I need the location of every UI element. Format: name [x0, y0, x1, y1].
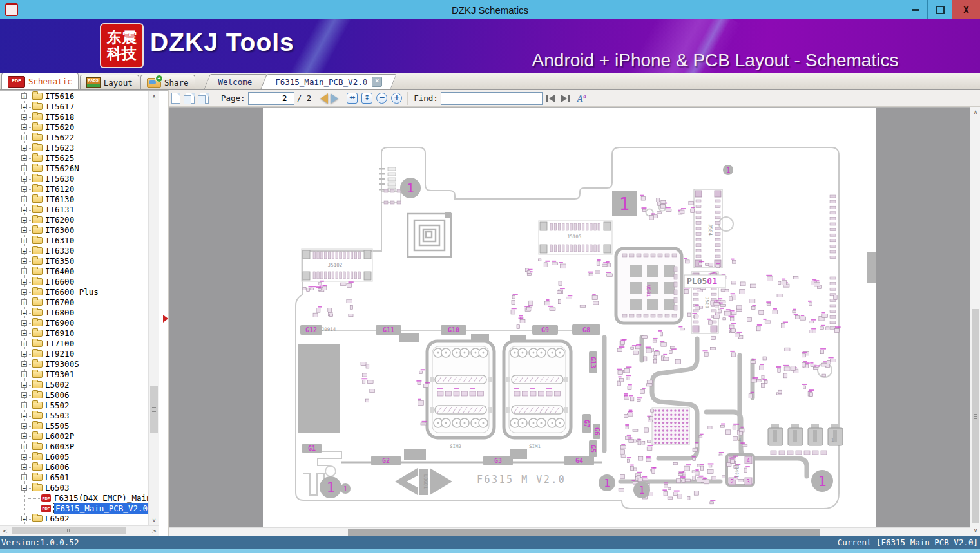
tree-item-document[interactable]: F6315_Main_PCB_V2.0 — [0, 503, 148, 514]
page-number-input[interactable] — [248, 92, 294, 105]
minimize-button[interactable] — [903, 0, 927, 19]
expand-toggle-icon[interactable]: + — [21, 135, 27, 140]
expand-toggle-icon[interactable]: + — [21, 248, 27, 254]
expand-toggle-icon[interactable]: + — [21, 104, 27, 109]
tree-item-folder[interactable]: +L6002P — [0, 431, 148, 442]
tree-item-folder[interactable]: +IT6600 — [0, 277, 148, 287]
expand-toggle-icon[interactable]: + — [21, 382, 27, 388]
find-next-button[interactable] — [560, 94, 572, 103]
tree-vertical-scrollbar[interactable]: ∧ ∨ — [148, 91, 159, 525]
expand-toggle-icon[interactable]: + — [21, 114, 27, 120]
find-previous-button[interactable] — [544, 94, 556, 103]
window-titlebar[interactable]: DZKJ Schematics X — [0, 0, 980, 19]
expand-toggle-icon[interactable]: + — [21, 433, 27, 439]
tree-item-folder[interactable]: +IT7100 — [0, 339, 148, 349]
doc-tab-f6315[interactable]: F6315_Main_PCB_V2.0 — [264, 74, 394, 89]
tree-item-folder[interactable]: +IT5625 — [0, 153, 148, 164]
expand-toggle-icon[interactable]: + — [21, 258, 27, 264]
tree-item-folder[interactable]: +IT6910 — [0, 328, 148, 339]
close-tab-icon[interactable] — [372, 77, 382, 87]
tree-item-folder[interactable]: +IT6131 — [0, 205, 148, 215]
expand-toggle-icon[interactable]: + — [21, 165, 27, 171]
tree-item-folder[interactable]: +IT5622 — [0, 133, 148, 143]
tree-item-folder[interactable]: +IT9300S — [0, 359, 148, 370]
main-vscroll-thumb[interactable] — [972, 309, 979, 523]
tree-item-folder[interactable]: +L5503 — [0, 411, 148, 421]
tree-horizontal-scrollbar[interactable]: < > — [0, 525, 159, 536]
tree-item-folder[interactable]: +IT5617 — [0, 102, 148, 112]
previous-page-button[interactable] — [315, 93, 328, 104]
expand-toggle-icon[interactable]: + — [21, 474, 27, 480]
expand-toggle-icon[interactable]: + — [21, 402, 27, 408]
expand-toggle-icon[interactable]: + — [21, 124, 27, 130]
expand-toggle-icon[interactable]: + — [21, 207, 27, 212]
expand-toggle-icon[interactable]: + — [21, 320, 27, 326]
expand-toggle-icon[interactable]: + — [21, 464, 27, 470]
tree-item-folder[interactable]: +L6005 — [0, 452, 148, 462]
tree-vscroll-thumb[interactable] — [150, 386, 158, 433]
tree-item-folder[interactable]: +IT6300 — [0, 225, 148, 236]
tree-item-folder[interactable]: +IT6130 — [0, 194, 148, 205]
expand-toggle-icon[interactable]: + — [21, 145, 27, 151]
tree-item-folder[interactable]: +IT9301 — [0, 370, 148, 380]
expand-toggle-icon[interactable]: + — [21, 444, 27, 449]
tree-item-folder[interactable]: +IT5618 — [0, 112, 148, 122]
zoom-in-button[interactable]: + — [391, 93, 402, 104]
tree-item-folder[interactable]: +L5006 — [0, 390, 148, 400]
expand-toggle-icon[interactable]: + — [21, 217, 27, 223]
tree-item-folder[interactable]: −L6503 — [0, 483, 148, 493]
scroll-down-icon[interactable]: ∨ — [149, 515, 159, 525]
fit-width-button[interactable]: ↔ — [347, 93, 358, 104]
close-button[interactable]: X — [952, 0, 980, 19]
continuous-pages-button[interactable] — [197, 91, 211, 106]
tree-hscroll-thumb[interactable] — [12, 527, 126, 534]
tab-layout[interactable]: Layout — [80, 75, 139, 89]
tree-item-folder[interactable]: +L6006 — [0, 462, 148, 473]
next-page-button[interactable] — [331, 93, 343, 104]
tree-item-folder[interactable]: +IT5620 — [0, 122, 148, 133]
find-input[interactable] — [441, 92, 543, 105]
tree-item-folder[interactable]: +IT5630 — [0, 174, 148, 184]
tree-item-folder[interactable]: +IT6350 — [0, 256, 148, 267]
tree-item-folder[interactable]: +L6502 — [0, 514, 148, 524]
tab-share[interactable]: Share — [140, 75, 195, 89]
expand-toggle-icon[interactable]: + — [21, 289, 27, 295]
expand-toggle-icon[interactable]: + — [21, 423, 27, 429]
expand-toggle-icon[interactable]: − — [21, 485, 27, 491]
match-case-icon[interactable]: Aa — [577, 93, 586, 104]
scroll-right-icon[interactable]: > — [149, 526, 159, 536]
tree-item-folder[interactable]: +IT5626N — [0, 164, 148, 174]
doc-tab-welcome[interactable]: Welcome — [207, 74, 264, 89]
single-page-button[interactable] — [169, 91, 183, 106]
fit-page-button[interactable]: ↕ — [361, 93, 372, 104]
expand-toggle-icon[interactable]: + — [21, 392, 27, 398]
scroll-down-icon[interactable]: ∨ — [970, 525, 980, 536]
expand-toggle-icon[interactable]: + — [21, 279, 27, 285]
main-hscroll-thumb[interactable] — [348, 529, 820, 536]
expand-toggle-icon[interactable]: + — [21, 361, 27, 367]
tree-item-folder[interactable]: +IT6120 — [0, 184, 148, 194]
tab-schematic[interactable]: Schematic — [1, 73, 79, 89]
main-horizontal-scrollbar[interactable] — [169, 527, 970, 536]
expand-toggle-icon[interactable]: + — [21, 310, 27, 315]
tree-item-folder[interactable]: +L5505 — [0, 421, 148, 431]
expand-toggle-icon[interactable]: + — [21, 330, 27, 336]
expand-toggle-icon[interactable]: + — [21, 155, 27, 161]
tree-item-document[interactable]: F6315(D4X EMCP)_Main_SCH_ — [0, 493, 148, 503]
expand-toggle-icon[interactable]: + — [21, 413, 27, 418]
expand-toggle-icon[interactable]: + — [21, 299, 27, 305]
maximize-button[interactable] — [927, 0, 952, 19]
scroll-left-icon[interactable]: < — [0, 526, 10, 536]
expand-toggle-icon[interactable]: + — [21, 227, 27, 233]
tree-item-folder[interactable]: +IT6400 — [0, 267, 148, 277]
expand-toggle-icon[interactable]: + — [21, 341, 27, 346]
tree-item-folder[interactable]: +IT9210 — [0, 349, 148, 359]
expand-toggle-icon[interactable]: + — [21, 351, 27, 357]
tree-item-folder[interactable]: +L5002 — [0, 380, 148, 390]
tree-item-folder[interactable]: +L6501 — [0, 473, 148, 483]
tree-item-folder[interactable]: +IT6200 — [0, 215, 148, 225]
expand-toggle-icon[interactable]: + — [21, 238, 27, 243]
tree-item-folder[interactable]: +IT6700 — [0, 297, 148, 308]
expand-toggle-icon[interactable]: + — [21, 186, 27, 192]
expand-toggle-icon[interactable]: + — [21, 371, 27, 377]
